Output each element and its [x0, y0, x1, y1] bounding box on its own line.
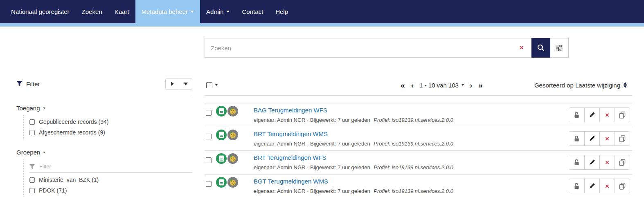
record-actions: ×: [569, 131, 630, 146]
lock-icon: [574, 183, 580, 189]
metadata-document-icon: [216, 130, 227, 140]
delete-button[interactable]: ×: [599, 155, 615, 169]
copy-icon: [619, 159, 626, 166]
search-button[interactable]: [531, 38, 550, 58]
privileges-lock-button[interactable]: [569, 155, 584, 169]
facet-item-afgeschermde-records[interactable]: Afgeschermde records (9): [29, 127, 192, 138]
clear-search-icon[interactable]: ×: [512, 44, 531, 52]
pagination-first-button[interactable]: «: [400, 81, 405, 89]
facet-label: Afgeschermde records (9): [39, 129, 105, 136]
record-checkbox[interactable]: [206, 157, 212, 163]
privileges-lock-button[interactable]: [569, 179, 584, 193]
play-icon: [171, 82, 174, 86]
duplicate-copy-button[interactable]: [615, 108, 630, 122]
delete-button[interactable]: ×: [599, 132, 615, 146]
chevron-down-icon: [43, 107, 45, 109]
record-profile: Profiel: iso19139.nl.services.2.0.0: [374, 188, 453, 194]
service-globe-icon: [227, 153, 238, 164]
record-checkbox[interactable]: [206, 134, 212, 139]
chevron-down-icon: [226, 11, 230, 13]
nav-item-help[interactable]: Help: [269, 0, 294, 23]
record-owner-updated: eigenaar: Admin NGR · Bijgewerkt: 7 uur …: [254, 141, 370, 147]
checkbox[interactable]: [29, 177, 35, 183]
facet-list-groepen: Ministerie_van_BZK (1) PDOK (71) Provinc…: [23, 159, 192, 197]
edit-pencil-button[interactable]: [584, 155, 599, 169]
divider: [16, 95, 192, 95]
search-input[interactable]: [205, 45, 512, 51]
search-icon: [537, 44, 545, 52]
record-meta: eigenaar: Admin NGR · Bijgewerkt: 7 uur …: [254, 141, 453, 147]
privileges-lock-button[interactable]: [569, 132, 584, 146]
copy-icon: [619, 135, 626, 142]
privileges-lock-button[interactable]: [569, 108, 584, 122]
sort-updown-icon: [624, 82, 627, 88]
select-all-control[interactable]: [206, 82, 218, 88]
edit-pencil-button[interactable]: [584, 108, 599, 122]
select-all-checkbox[interactable]: [206, 82, 212, 88]
record-actions: ×: [569, 155, 630, 170]
delete-button[interactable]: ×: [599, 108, 615, 122]
copy-icon: [619, 112, 626, 119]
nav-item-admin[interactable]: Admin: [200, 0, 236, 23]
pagination-next-button[interactable]: ›: [469, 81, 473, 89]
filter-funnel-icon: [29, 164, 35, 169]
nav-item-kaart[interactable]: Kaart: [108, 0, 135, 23]
filter-menu-button[interactable]: [179, 78, 192, 90]
record-text: BAG Terugmeldingen WFS eigenaar: Admin N…: [254, 107, 453, 123]
duplicate-copy-button[interactable]: [615, 132, 630, 146]
metadata-document-icon: [216, 177, 227, 188]
record-checkbox[interactable]: [206, 181, 212, 187]
chevron-down-icon: [191, 11, 194, 13]
checkbox[interactable]: [29, 119, 35, 125]
record-owner-updated: eigenaar: Admin NGR · Bijgewerkt: 7 uur …: [254, 164, 370, 170]
record-checkbox[interactable]: [206, 110, 212, 116]
nav-label: Admin: [206, 8, 224, 15]
nav-label: Metadata beheer: [142, 8, 188, 15]
record-title-link[interactable]: BGT Terugmeldingen WMS: [254, 178, 328, 185]
filter-funnel-icon: [16, 81, 23, 87]
navbar-accent-strip: [0, 23, 644, 27]
record-text: BGT Terugmeldingen WMS eigenaar: Admin N…: [254, 178, 453, 194]
facet-section-groepen[interactable]: Groepen: [16, 149, 192, 156]
edit-pencil-button[interactable]: [584, 132, 599, 146]
record-title-link[interactable]: BRT Terugmeldingen WFS: [254, 154, 327, 161]
record-profile: Profiel: iso19139.nl.services.2.0.0: [374, 164, 453, 170]
pagination-prev-button[interactable]: ‹: [411, 81, 414, 89]
sort-control[interactable]: Gesorteerd op Laatste wijziging: [534, 82, 627, 89]
pagination-range-dropdown[interactable]: 1 - 10 van 103: [419, 82, 464, 89]
facet-item-pdok[interactable]: PDOK (71): [29, 185, 192, 196]
record-title-link[interactable]: BRT Terugmeldingen WMS: [254, 130, 328, 137]
edit-pencil-button[interactable]: [584, 179, 599, 193]
search-options-button[interactable]: [550, 38, 569, 58]
delete-x-icon: ×: [605, 112, 609, 119]
nav-item-zoeken[interactable]: Zoeken: [76, 0, 108, 23]
nav-item-contact[interactable]: Contact: [236, 0, 269, 23]
chevron-down-icon: [462, 84, 464, 86]
nav-item-nationaal-georegister[interactable]: Nationaal georegister: [5, 0, 76, 23]
pencil-icon: [589, 112, 595, 118]
facet-item-gepubliceerde-records[interactable]: Gepubliceerde records (94): [29, 116, 192, 127]
nav-label: Help: [275, 8, 288, 15]
record-meta: eigenaar: Admin NGR · Bijgewerkt: 7 uur …: [254, 117, 453, 123]
duplicate-copy-button[interactable]: [615, 179, 630, 193]
facet-label: Ministerie_van_BZK (1): [39, 177, 99, 183]
results-list: « ‹ 1 - 10 van 103 › » Gesorteerd op Laa…: [205, 78, 632, 197]
duplicate-copy-button[interactable]: [615, 155, 630, 169]
pagination-last-button[interactable]: »: [478, 81, 483, 89]
groups-filter-input[interactable]: [39, 163, 192, 170]
record-row: BGT Terugmeldingen WMS eigenaar: Admin N…: [205, 174, 632, 197]
record-title-link[interactable]: BAG Terugmeldingen WFS: [254, 107, 327, 114]
checkbox[interactable]: [29, 130, 35, 135]
checkbox[interactable]: [29, 188, 35, 193]
record-meta: eigenaar: Admin NGR · Bijgewerkt: 7 uur …: [254, 164, 453, 170]
chevron-down-icon: [184, 83, 188, 85]
delete-button[interactable]: ×: [599, 179, 615, 193]
apply-filter-button[interactable]: [166, 78, 179, 90]
nav-item-metadata-beheer[interactable]: Metadata beheer: [135, 0, 200, 23]
delete-x-icon: ×: [605, 135, 609, 142]
record-meta: eigenaar: Admin NGR · Bijgewerkt: 7 uur …: [254, 188, 453, 194]
facet-item-ministerie-van-bzk[interactable]: Ministerie_van_BZK (1): [29, 175, 192, 185]
facet-section-toegang[interactable]: Toegang: [16, 105, 192, 112]
record-profile: Profiel: iso19139.nl.services.2.0.0: [374, 141, 453, 147]
facet-section-title: Groepen: [16, 149, 40, 156]
